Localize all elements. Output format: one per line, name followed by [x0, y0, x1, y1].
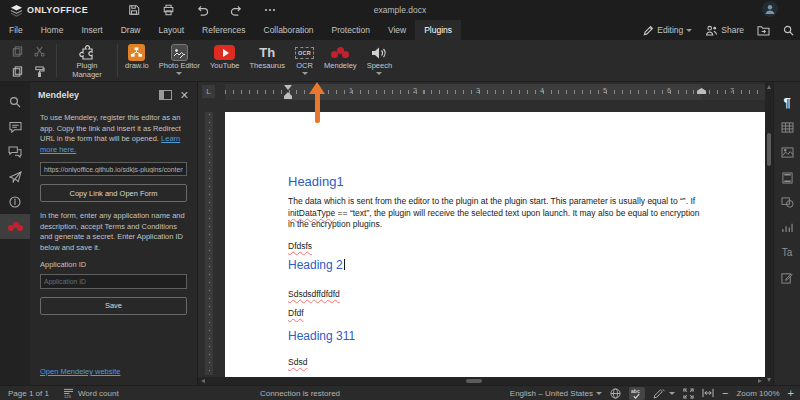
- shape-settings-icon[interactable]: [774, 190, 800, 215]
- zoom-out-button[interactable]: −: [722, 388, 728, 398]
- mendeley-button[interactable]: Mendeley: [319, 40, 362, 81]
- ocr-button[interactable]: OCR OCR: [290, 40, 319, 81]
- paste-icon[interactable]: [12, 66, 23, 77]
- sidebar-feedback-icon[interactable]: [0, 164, 30, 189]
- editing-mode-button[interactable]: Editing: [643, 25, 692, 36]
- sidebar-about-icon[interactable]: [0, 189, 30, 214]
- ocr-label: OCR: [296, 62, 313, 71]
- share-button[interactable]: Share: [705, 25, 744, 36]
- redirect-url-input[interactable]: [40, 162, 187, 176]
- word-count-button[interactable]: 123 Word count: [63, 388, 119, 398]
- format-painter-icon[interactable]: [34, 66, 45, 77]
- vertical-ruler[interactable]: [205, 112, 213, 375]
- thesaurus-button[interactable]: Th Thesaurus: [245, 40, 290, 81]
- fit-width-icon[interactable]: [702, 388, 714, 398]
- zoom-in-button[interactable]: +: [788, 388, 794, 398]
- scroll-left-icon[interactable]: [201, 379, 205, 383]
- plugin-manager-button[interactable]: Plugin Manager: [59, 40, 115, 81]
- quick-actions: [126, 2, 278, 18]
- paragraph-settings-icon[interactable]: ¶: [774, 90, 800, 115]
- toolbar-separator: [117, 44, 118, 77]
- save-button[interactable]: Save: [40, 297, 187, 315]
- table-settings-icon[interactable]: [774, 115, 800, 140]
- tab-stop-selector[interactable]: L: [202, 85, 215, 98]
- drawio-button[interactable]: draw.io: [120, 40, 154, 81]
- open-file-location-icon[interactable]: [757, 25, 770, 36]
- youtube-button[interactable]: YouTube: [205, 40, 244, 81]
- close-panel-icon[interactable]: ✕: [180, 90, 189, 100]
- open-mendeley-website-link[interactable]: Open Mendeley website: [40, 367, 120, 376]
- user-avatar[interactable]: [762, 1, 778, 17]
- search-icon[interactable]: [783, 25, 794, 36]
- tab-plugins[interactable]: Plugins: [415, 20, 461, 40]
- sidebar-chat-icon[interactable]: [0, 139, 30, 164]
- cut-icon[interactable]: [34, 46, 45, 57]
- left-sidebar: [0, 82, 30, 385]
- sidebar-mendeley-plugin-icon[interactable]: [0, 214, 30, 239]
- photo-editor-button[interactable]: Photo Editor: [154, 40, 205, 81]
- scroll-down-icon[interactable]: [767, 378, 771, 382]
- tab-view[interactable]: View: [379, 20, 415, 40]
- print-icon[interactable]: [160, 2, 176, 18]
- photo-editor-caret-icon: [176, 72, 182, 75]
- tab-home[interactable]: Home: [32, 20, 73, 40]
- word-count-label: Word count: [78, 389, 119, 398]
- undo-icon[interactable]: [194, 2, 210, 18]
- undock-panel-icon[interactable]: [159, 90, 172, 100]
- first-line-indent-marker[interactable]: [284, 85, 292, 90]
- more-actions-icon[interactable]: [262, 2, 278, 18]
- thesaurus-label: Thesaurus: [250, 62, 285, 71]
- copy-link-open-form-button[interactable]: Copy Link and Open Form: [40, 184, 187, 202]
- mendeley-icon: [331, 47, 349, 59]
- ocr-caret-icon: [302, 72, 308, 75]
- horizontal-scroll-thumb[interactable]: [466, 379, 482, 383]
- tab-collaboration[interactable]: Collaboration: [255, 20, 323, 40]
- share-label: Share: [721, 25, 744, 35]
- tab-layout[interactable]: Layout: [150, 20, 194, 40]
- chart-settings-icon[interactable]: [774, 215, 800, 240]
- ruler-number: 3: [476, 87, 480, 94]
- document-page[interactable]: Heading1 The data which is sent from the…: [225, 112, 765, 377]
- toolbar-separator: [56, 44, 57, 77]
- page-indicator[interactable]: Page 1 of 1: [8, 389, 49, 398]
- language-caret-icon: [596, 392, 602, 395]
- thesaurus-icon: Th: [259, 45, 275, 60]
- tab-references[interactable]: References: [193, 20, 254, 40]
- mendeley-panel-header: Mendeley ✕: [30, 82, 197, 107]
- text-art-settings-icon[interactable]: Ta: [774, 240, 800, 265]
- fit-page-icon[interactable]: [683, 388, 694, 399]
- image-settings-icon[interactable]: [774, 140, 800, 165]
- speech-button[interactable]: Speech: [362, 40, 397, 81]
- mendeley-panel-title: Mendeley: [38, 90, 159, 100]
- horizontal-ruler[interactable]: 1 2 3 4 5 6 7: [225, 84, 765, 100]
- tab-file[interactable]: File: [0, 20, 32, 40]
- ruler-number: 4: [540, 87, 544, 94]
- zoom-level[interactable]: Zoom 100%: [736, 389, 779, 398]
- tab-insert[interactable]: Insert: [72, 20, 111, 40]
- spellcheck-toggle-icon[interactable]: abc: [629, 387, 645, 400]
- vertical-scrollbar[interactable]: [765, 82, 773, 385]
- document-language-selector[interactable]: English – United States: [510, 389, 602, 398]
- tab-protection[interactable]: Protection: [323, 20, 379, 40]
- sidebar-search-icon[interactable]: [0, 89, 30, 114]
- save-icon[interactable]: [126, 2, 142, 18]
- horizontal-scrollbar[interactable]: [198, 377, 765, 385]
- application-id-input[interactable]: [40, 274, 187, 289]
- ruler-number: 6: [667, 87, 671, 94]
- track-changes-icon[interactable]: [653, 388, 675, 399]
- left-indent-marker[interactable]: [284, 96, 292, 99]
- vertical-scroll-thumb[interactable]: [767, 133, 771, 166]
- mendeley-panel-body: To use Mendeley, register this editor as…: [30, 107, 197, 324]
- scroll-right-icon[interactable]: [758, 379, 762, 383]
- tab-draw[interactable]: Draw: [112, 20, 150, 40]
- copy-icon[interactable]: [12, 46, 23, 57]
- sidebar-comments-icon[interactable]: [0, 114, 30, 139]
- editor-canvas: L 1 2 3 4 5 6 7 Heading1 The data: [198, 82, 765, 385]
- header-footer-settings-icon[interactable]: [774, 165, 800, 190]
- redo-icon[interactable]: [228, 2, 244, 18]
- youtube-label: YouTube: [210, 62, 239, 71]
- scroll-up-icon[interactable]: [767, 85, 771, 89]
- ruler-number: 5: [603, 87, 607, 94]
- set-language-globe-icon[interactable]: [610, 388, 621, 399]
- mail-merge-settings-icon[interactable]: [774, 265, 800, 290]
